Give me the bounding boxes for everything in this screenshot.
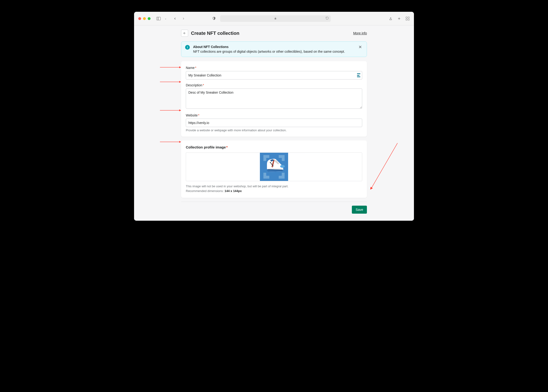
back-button[interactable] <box>181 30 188 37</box>
svg-marker-3 <box>179 66 181 68</box>
password-manager-icon[interactable] <box>357 73 360 77</box>
svg-point-18 <box>280 165 285 168</box>
info-content: About NFT Collections NFT collections ar… <box>193 45 358 53</box>
browser-window: ⌄ <box>134 12 414 221</box>
annotation-arrow <box>160 141 181 143</box>
description-label: Description* <box>186 83 362 87</box>
name-field: Name* <box>186 66 362 79</box>
share-icon[interactable] <box>388 16 393 21</box>
profile-image-label: Collection profile image* <box>186 145 362 149</box>
maximize-window-button[interactable] <box>148 17 151 20</box>
annotation-arrow <box>160 81 181 83</box>
annotation-arrow <box>369 143 400 190</box>
svg-marker-11 <box>370 187 373 190</box>
action-bar: Save <box>181 202 367 214</box>
info-icon: i <box>185 45 190 50</box>
more-info-link[interactable]: More info <box>353 31 367 35</box>
annotation-arrow <box>160 66 181 69</box>
description-field: Description* Desc of My Sneaker Collecti… <box>186 83 362 110</box>
info-banner-title: About NFT Collections <box>193 45 358 49</box>
name-input[interactable] <box>186 71 362 79</box>
profile-image-help: This image will not be used in your webs… <box>186 184 362 193</box>
website-input[interactable] <box>186 119 362 127</box>
sidebar-icon <box>156 17 161 20</box>
new-tab-icon[interactable] <box>397 16 401 21</box>
close-window-button[interactable] <box>138 17 141 20</box>
browser-actions <box>388 16 410 21</box>
info-banner-description: NFT collections are groups of digital ob… <box>193 50 358 53</box>
close-banner-button[interactable]: ✕ <box>358 45 363 49</box>
website-label: Website* <box>186 113 362 117</box>
privacy-shield-icon[interactable] <box>212 16 216 21</box>
uploaded-image-preview <box>260 153 288 181</box>
svg-marker-7 <box>179 109 181 111</box>
form-card-main: Name* Description* Desc of My Sneaker Co… <box>181 61 367 137</box>
window-controls <box>138 17 151 20</box>
minimize-window-button[interactable] <box>143 17 146 20</box>
forward-nav-button[interactable] <box>180 15 187 22</box>
svg-marker-5 <box>179 81 181 83</box>
page-title: Create NFT collection <box>191 31 239 36</box>
page-header: Create NFT collection More info <box>181 30 367 37</box>
image-dropzone[interactable] <box>186 153 362 181</box>
lock-icon <box>274 17 277 20</box>
reload-icon[interactable] <box>326 16 329 21</box>
url-bar[interactable] <box>220 15 331 22</box>
annotation-arrow <box>160 109 181 112</box>
name-label: Name* <box>186 66 362 70</box>
tab-overview-icon[interactable] <box>405 16 410 21</box>
save-button[interactable]: Save <box>352 206 367 214</box>
back-nav-button[interactable] <box>172 15 178 22</box>
chevron-down-icon[interactable]: ⌄ <box>165 17 166 20</box>
svg-marker-9 <box>179 141 181 143</box>
sidebar-toggle-button[interactable] <box>155 16 162 21</box>
page-body: Create NFT collection More info i About … <box>134 25 414 221</box>
website-field: Website* Provide a website or webpage wi… <box>186 113 362 132</box>
description-input[interactable]: Desc of My Sneaker Collection <box>186 89 362 109</box>
content-wrapper: Create NFT collection More info i About … <box>181 30 367 214</box>
info-banner: i About NFT Collections NFT collections … <box>181 42 367 57</box>
svg-line-10 <box>372 143 397 188</box>
browser-toolbar: ⌄ <box>134 12 414 25</box>
form-card-image: Collection profile image* <box>181 140 367 198</box>
website-help: Provide a website or webpage with more i… <box>186 128 362 132</box>
